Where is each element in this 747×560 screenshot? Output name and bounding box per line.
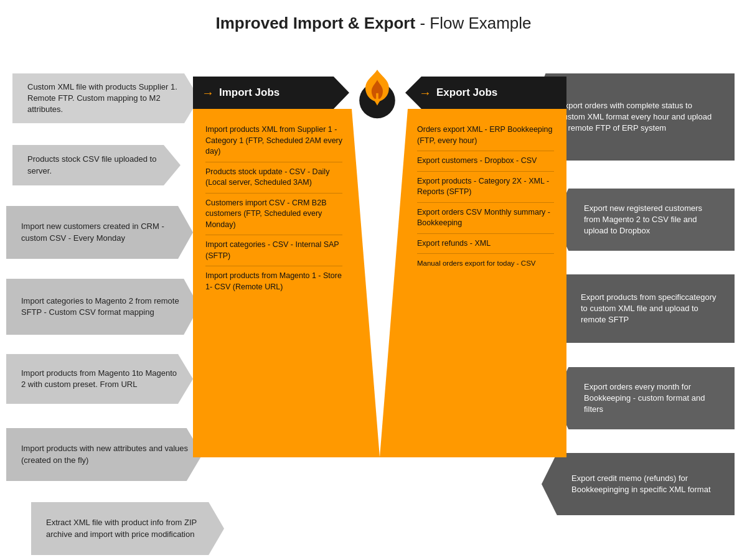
right-item-5: Export credit memo (refunds) for Bookkee… [542, 453, 735, 515]
svg-rect-1 [376, 93, 378, 101]
left-item-3: Import new customers created in CRM - cu… [6, 206, 193, 259]
import-job-3: Customers import CSV - CRM B2B customers… [205, 194, 342, 236]
right-item-4: Export orders every month for Bookkeepin… [554, 367, 735, 429]
export-job-1: Orders export XML - ERP Bookkeeping (FTP… [417, 120, 554, 151]
export-jobs-label: Export Jobs [436, 86, 497, 99]
page-title-bold: Improved Import & Export [215, 14, 415, 32]
export-job-2: Export customers - Dropbox - CSV [417, 151, 554, 172]
export-job-3: Export products - Category 2X - XML - Re… [417, 172, 554, 203]
page-title: Improved Import & Export - Flow Example [0, 0, 747, 39]
export-job-5: Export refunds - XML [417, 234, 554, 254]
import-jobs-list: Import products XML from Supplier 1 - Ca… [193, 109, 380, 457]
import-jobs-label: Import Jobs [219, 86, 280, 99]
import-job-1: Import products XML from Supplier 1 - Ca… [205, 120, 342, 162]
page-title-normal: - Flow Example [415, 14, 531, 32]
right-item-3: Export products from specificcategory to… [551, 274, 735, 343]
export-job-4: Export orders CSV Monthly summary - Book… [417, 203, 554, 234]
export-jobs-list: Orders export XML - ERP Bookkeeping (FTP… [380, 109, 566, 457]
flame-center [343, 77, 411, 109]
left-item-4: Import categories to Magento 2 from remo… [6, 279, 199, 335]
import-job-4: Import categories - CSV - Internal SAP (… [205, 235, 342, 266]
left-item-1: Custom XML file with products Supplier 1… [12, 73, 199, 123]
export-job-6: Manual orders export for today - CSV [417, 254, 554, 273]
left-item-2: Products stock CSV file uploaded to serv… [12, 145, 181, 185]
import-job-5: Import products from Magento 1 - Store 1… [205, 266, 342, 297]
diagram-area: Custom XML file with products Supplier 1… [0, 39, 747, 560]
export-jobs-button: → Export Jobs [405, 77, 566, 109]
center-flow: → Import Jobs → Export [193, 77, 566, 525]
right-item-2: Export new registered customers from Mag… [554, 189, 735, 251]
import-arrow-icon: → [202, 86, 214, 100]
flame-icon [349, 64, 405, 120]
jobs-content: Import products XML from Supplier 1 - Ca… [193, 109, 566, 457]
import-job-2: Products stock update - CSV - Daily (Loc… [205, 162, 342, 194]
left-item-6: Import products with new attributes and … [6, 428, 202, 481]
import-jobs-button: → Import Jobs [193, 77, 349, 109]
export-arrow-icon: → [419, 86, 431, 100]
jobs-header: → Import Jobs → Export [193, 77, 566, 109]
left-item-5: Import products from Magento 1to Magento… [6, 354, 193, 404]
